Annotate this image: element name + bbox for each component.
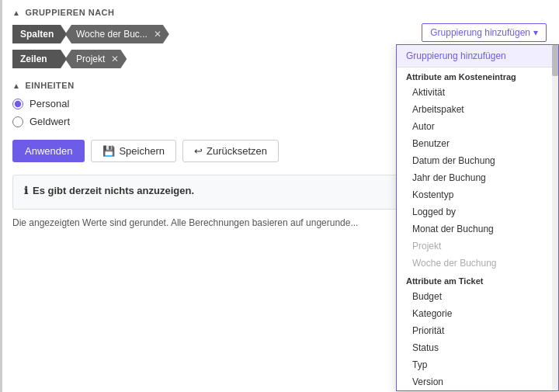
dropdown-item-datum-buchung[interactable]: Datum der Buchung <box>397 152 558 169</box>
left-border <box>0 0 2 392</box>
dropdown-item-prioritat[interactable]: Priorität <box>397 322 558 339</box>
reset-button[interactable]: ↩ Zurücksetzen <box>182 140 279 162</box>
zeilen-close-button[interactable]: ✕ <box>111 54 119 64</box>
dropdown-item-budget[interactable]: Budget <box>397 288 558 305</box>
dropdown-overlay: Gruppierung hinzufügen Attribute am Kost… <box>396 44 559 391</box>
dropdown-item-status[interactable]: Status <box>397 339 558 356</box>
personal-radio[interactable] <box>12 99 23 109</box>
scrollbar-thumb[interactable] <box>552 45 558 76</box>
zeilen-tag: Projekt ✕ <box>65 50 127 68</box>
spalten-label: Spalten <box>12 25 67 43</box>
spalten-tag: Woche der Buc... ✕ <box>65 25 169 43</box>
dropdown-item-kostentyp[interactable]: Kostentyp <box>397 186 558 203</box>
scrollbar-track[interactable] <box>552 45 558 390</box>
spalten-close-button[interactable]: ✕ <box>154 29 161 40</box>
chevron-icon: ▲ <box>12 9 20 17</box>
dropdown-item-logged-by[interactable]: Logged by <box>397 203 558 220</box>
main-container: ▲ GRUPPIEREN NACH Spalten Woche der Buc.… <box>0 0 559 236</box>
units-chevron-icon: ▲ <box>12 82 20 90</box>
apply-button[interactable]: Anwenden <box>12 140 85 162</box>
dropdown-item-monat-buchung[interactable]: Monat der Buchung <box>397 220 558 238</box>
dropdown-item-aktivitat[interactable]: Aktivität <box>397 84 558 101</box>
units-label: EINHEITEN <box>25 81 74 90</box>
dropdown-item-projekt: Projekt <box>397 238 558 255</box>
dropdown-item-benutzer[interactable]: Benutzer <box>397 135 558 152</box>
add-grouping-button[interactable]: Gruppierung hinzufügen ▾ <box>422 23 547 42</box>
dropdown-item-woche-buchung: Woche der Buchung <box>397 255 558 272</box>
dropdown-item-arbeitspaket[interactable]: Arbeitspaket <box>397 101 558 118</box>
dropdown-section-ticket: Attribute am Ticket <box>397 272 558 288</box>
dropdown-item-autor[interactable]: Autor <box>397 118 558 135</box>
dropdown-section-kosteneintrag: Attribute am Kosteneintrag <box>397 68 558 84</box>
group-by-label: GRUPPIEREN NACH <box>25 8 114 17</box>
group-by-header: ▲ GRUPPIEREN NACH <box>12 8 547 17</box>
save-button[interactable]: 💾 Speichern <box>91 140 176 162</box>
dropdown-item-jahr-buchung[interactable]: Jahr der Buchung <box>397 169 558 186</box>
reset-icon: ↩ <box>194 145 203 157</box>
spalten-row: Spalten Woche der Buc... ✕ Gruppierung h… <box>12 25 547 43</box>
geldwert-label: Geldwert <box>30 116 70 127</box>
personal-label: Personal <box>30 98 69 109</box>
dropdown-item-typ[interactable]: Typ <box>397 356 558 373</box>
dropdown-item-version[interactable]: Version <box>397 373 558 390</box>
zeilen-label: Zeilen <box>12 50 67 68</box>
info-icon: ℹ <box>24 185 28 196</box>
dropdown-header: Gruppierung hinzufügen <box>397 45 558 68</box>
geldwert-radio[interactable] <box>12 116 23 127</box>
dropdown-item-kategorie[interactable]: Kategorie <box>397 305 558 322</box>
save-icon: 💾 <box>102 145 115 157</box>
dropdown-arrow-icon: ▾ <box>533 27 538 38</box>
